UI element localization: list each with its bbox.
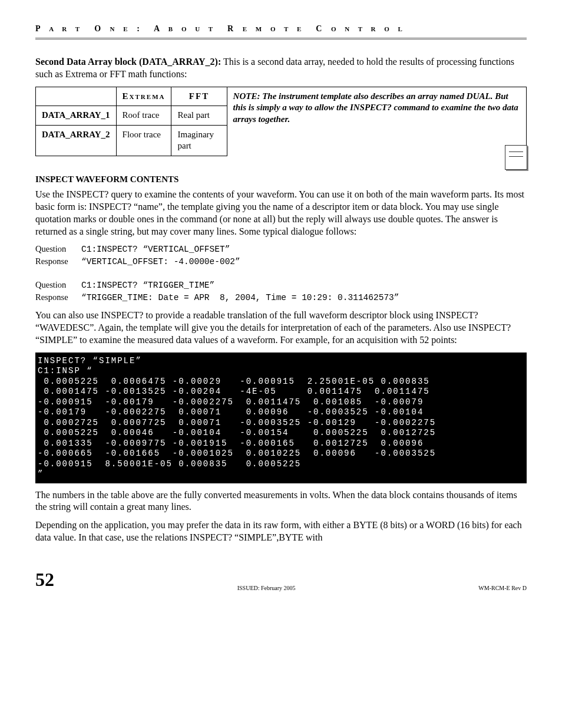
section-head: INSPECT WAVEFORM CONTENTS	[35, 174, 527, 186]
qa-text: C1:INSPECT? “VERTICAL_OFFSET”	[81, 245, 230, 254]
page-footer: 52 ISSUED: February 2005 WM-RCM-E Rev D	[35, 568, 527, 592]
table-header-row: EXTREMA FFT NOTE: The instrument templat…	[36, 87, 527, 106]
note-text: NOTE: The instrument template also descr…	[233, 91, 518, 124]
intro-paragraph: Second Data Array block (DATA_ARRAY_2): …	[35, 56, 527, 81]
footer-right: WM-RCM-E Rev D	[478, 584, 527, 592]
page-number: 52	[35, 568, 54, 592]
running-head-text: P A R T O N E : A B O U T R E M O T E C …	[35, 24, 406, 33]
cell-fft: Real part	[171, 106, 227, 126]
paragraph-3: The numbers in the table above are the f…	[35, 489, 527, 514]
terminal-output: INSPECT? “SIMPLE” C1:INSP “ 0.0005225 0.…	[35, 353, 527, 483]
qa-block: QuestionC1:INSPECT? “VERTICAL_OFFSET” Re…	[35, 243, 527, 304]
cell-extrema: Roof trace	[116, 106, 171, 126]
cell-extrema: Floor trace	[116, 125, 171, 156]
paragraph-2: You can also use INSPECT? to provide a r…	[35, 309, 527, 346]
data-array-table: EXTREMA FFT NOTE: The instrument templat…	[35, 87, 527, 156]
qa-label: Response	[35, 292, 81, 304]
intro-lead: Second Data Array block (DATA_ARRAY_2):	[35, 57, 221, 67]
qa-text: “VERTICAL_OFFSET: -4.0000e-002”	[81, 257, 240, 266]
paragraph-1: Use the INSPECT? query to examine the co…	[35, 189, 527, 238]
row-label: DATA_ARRAY_2	[36, 125, 117, 156]
footer-center: ISSUED: February 2005	[54, 584, 478, 592]
cell-fft: Imaginary part	[171, 125, 227, 156]
note-cell: NOTE: The instrument template also descr…	[227, 87, 526, 156]
qa-label: Response	[35, 256, 81, 268]
qa-label: Question	[35, 243, 81, 255]
running-head: P A R T O N E : A B O U T R E M O T E C …	[35, 24, 527, 39]
page-icon	[505, 145, 527, 170]
qa-text: “TRIGGER_TIME: Date = APR 8, 2004, Time …	[81, 293, 399, 302]
paragraph-4: Depending on the application, you may pr…	[35, 519, 527, 544]
qa-text: C1:INSPECT? “TRIGGER_TIME”	[81, 281, 214, 290]
header-blank	[36, 87, 117, 106]
row-label: DATA_ARRAY_1	[36, 106, 117, 126]
header-fft: FFT	[171, 87, 227, 106]
header-extrema: EXTREMA	[116, 87, 171, 106]
qa-label: Question	[35, 279, 81, 291]
